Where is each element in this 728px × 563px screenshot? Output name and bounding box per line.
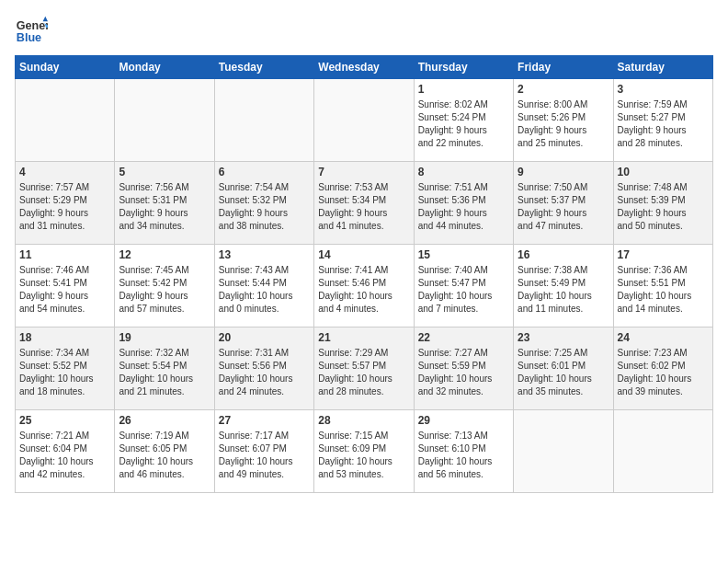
- day-content: Sunrise: 7:50 AM Sunset: 5:37 PM Dayligh…: [518, 181, 609, 233]
- calendar-cell: 19Sunrise: 7:32 AM Sunset: 5:54 PM Dayli…: [115, 327, 214, 410]
- calendar-week-2: 4Sunrise: 7:57 AM Sunset: 5:29 PM Daylig…: [16, 162, 713, 245]
- calendar-cell: 10Sunrise: 7:48 AM Sunset: 5:39 PM Dayli…: [613, 162, 712, 245]
- calendar-cell: 5Sunrise: 7:56 AM Sunset: 5:31 PM Daylig…: [115, 162, 214, 245]
- day-content: Sunrise: 7:46 AM Sunset: 5:41 PM Dayligh…: [19, 264, 110, 316]
- day-content: Sunrise: 7:19 AM Sunset: 6:05 PM Dayligh…: [119, 430, 210, 481]
- day-number: 20: [219, 331, 310, 344]
- calendar-cell: 24Sunrise: 7:23 AM Sunset: 6:02 PM Dayli…: [613, 327, 712, 410]
- day-content: Sunrise: 7:15 AM Sunset: 6:09 PM Dayligh…: [318, 430, 409, 481]
- calendar-cell: 12Sunrise: 7:45 AM Sunset: 5:42 PM Dayli…: [115, 245, 214, 327]
- day-content: Sunrise: 7:34 AM Sunset: 5:52 PM Dayligh…: [19, 347, 110, 398]
- calendar-cell: 15Sunrise: 7:40 AM Sunset: 5:47 PM Dayli…: [414, 245, 513, 327]
- calendar-header-row: SundayMondayTuesdayWednesdayThursdayFrid…: [16, 56, 713, 79]
- day-content: Sunrise: 7:38 AM Sunset: 5:49 PM Dayligh…: [518, 264, 609, 316]
- header-day-saturday: Saturday: [613, 56, 712, 79]
- day-number: 10: [618, 166, 709, 178]
- day-number: 26: [119, 414, 210, 427]
- day-content: Sunrise: 7:32 AM Sunset: 5:54 PM Dayligh…: [119, 347, 210, 398]
- day-content: Sunrise: 7:53 AM Sunset: 5:34 PM Dayligh…: [318, 181, 409, 233]
- day-content: Sunrise: 7:17 AM Sunset: 6:07 PM Dayligh…: [219, 430, 310, 481]
- logo: General Blue: [15, 15, 51, 48]
- day-number: 29: [418, 414, 509, 427]
- day-number: 23: [518, 331, 609, 344]
- day-number: 5: [119, 166, 210, 178]
- calendar-cell: 2Sunrise: 8:00 AM Sunset: 5:26 PM Daylig…: [514, 79, 613, 162]
- header-day-thursday: Thursday: [414, 56, 513, 79]
- day-content: Sunrise: 7:23 AM Sunset: 6:02 PM Dayligh…: [618, 347, 709, 398]
- day-content: Sunrise: 7:51 AM Sunset: 5:36 PM Dayligh…: [418, 181, 509, 233]
- calendar-week-1: 1Sunrise: 8:02 AM Sunset: 5:24 PM Daylig…: [16, 79, 713, 162]
- day-content: Sunrise: 7:48 AM Sunset: 5:39 PM Dayligh…: [618, 181, 709, 233]
- day-content: Sunrise: 7:21 AM Sunset: 6:04 PM Dayligh…: [19, 430, 110, 481]
- day-number: 22: [418, 331, 509, 344]
- calendar-cell: 25Sunrise: 7:21 AM Sunset: 6:04 PM Dayli…: [16, 410, 115, 493]
- day-number: 25: [19, 414, 110, 427]
- day-content: Sunrise: 7:41 AM Sunset: 5:46 PM Dayligh…: [318, 264, 409, 316]
- day-number: 24: [618, 331, 709, 344]
- day-number: 12: [119, 248, 210, 261]
- calendar-cell: 20Sunrise: 7:31 AM Sunset: 5:56 PM Dayli…: [214, 327, 313, 410]
- day-content: Sunrise: 7:31 AM Sunset: 5:56 PM Dayligh…: [219, 347, 310, 398]
- calendar-cell: 22Sunrise: 7:27 AM Sunset: 5:59 PM Dayli…: [414, 327, 513, 410]
- day-number: 3: [618, 83, 709, 96]
- logo-icon: General Blue: [15, 15, 48, 48]
- day-content: Sunrise: 8:00 AM Sunset: 5:26 PM Dayligh…: [518, 98, 609, 150]
- calendar-cell: [214, 79, 313, 162]
- day-number: 9: [518, 166, 609, 178]
- calendar-cell: 23Sunrise: 7:25 AM Sunset: 6:01 PM Dayli…: [514, 327, 613, 410]
- calendar-cell: 26Sunrise: 7:19 AM Sunset: 6:05 PM Dayli…: [115, 410, 214, 493]
- day-content: Sunrise: 7:54 AM Sunset: 5:32 PM Dayligh…: [219, 181, 310, 233]
- day-number: 18: [19, 331, 110, 344]
- day-number: 15: [418, 248, 509, 261]
- day-content: Sunrise: 7:56 AM Sunset: 5:31 PM Dayligh…: [119, 181, 210, 233]
- calendar-cell: 3Sunrise: 7:59 AM Sunset: 5:27 PM Daylig…: [613, 79, 712, 162]
- calendar-cell: 13Sunrise: 7:43 AM Sunset: 5:44 PM Dayli…: [214, 245, 313, 327]
- calendar-cell: 14Sunrise: 7:41 AM Sunset: 5:46 PM Dayli…: [314, 245, 414, 327]
- day-content: Sunrise: 7:29 AM Sunset: 5:57 PM Dayligh…: [318, 347, 409, 398]
- calendar-cell: [115, 79, 214, 162]
- day-number: 27: [219, 414, 310, 427]
- day-content: Sunrise: 7:27 AM Sunset: 5:59 PM Dayligh…: [418, 347, 509, 398]
- calendar-cell: [613, 410, 712, 493]
- calendar-cell: 28Sunrise: 7:15 AM Sunset: 6:09 PM Dayli…: [314, 410, 414, 493]
- day-number: 2: [518, 83, 609, 96]
- day-number: 21: [318, 331, 409, 344]
- calendar-cell: 6Sunrise: 7:54 AM Sunset: 5:32 PM Daylig…: [214, 162, 313, 245]
- day-number: 17: [618, 248, 709, 261]
- calendar-cell: 17Sunrise: 7:36 AM Sunset: 5:51 PM Dayli…: [613, 245, 712, 327]
- day-number: 1: [418, 83, 509, 96]
- day-content: Sunrise: 7:13 AM Sunset: 6:10 PM Dayligh…: [418, 430, 509, 481]
- calendar-week-5: 25Sunrise: 7:21 AM Sunset: 6:04 PM Dayli…: [16, 410, 713, 493]
- day-content: Sunrise: 7:36 AM Sunset: 5:51 PM Dayligh…: [618, 264, 709, 316]
- calendar-cell: 4Sunrise: 7:57 AM Sunset: 5:29 PM Daylig…: [16, 162, 115, 245]
- header-day-wednesday: Wednesday: [314, 56, 414, 79]
- day-content: Sunrise: 7:43 AM Sunset: 5:44 PM Dayligh…: [219, 264, 310, 316]
- day-content: Sunrise: 7:57 AM Sunset: 5:29 PM Dayligh…: [19, 181, 110, 233]
- day-content: Sunrise: 8:02 AM Sunset: 5:24 PM Dayligh…: [418, 98, 509, 150]
- calendar-cell: 1Sunrise: 8:02 AM Sunset: 5:24 PM Daylig…: [414, 79, 513, 162]
- day-number: 6: [219, 166, 310, 178]
- calendar-cell: 29Sunrise: 7:13 AM Sunset: 6:10 PM Dayli…: [414, 410, 513, 493]
- calendar-cell: [514, 410, 613, 493]
- day-number: 11: [19, 248, 110, 261]
- header-day-monday: Monday: [115, 56, 214, 79]
- calendar-cell: 11Sunrise: 7:46 AM Sunset: 5:41 PM Dayli…: [16, 245, 115, 327]
- day-number: 4: [19, 166, 110, 178]
- header-day-sunday: Sunday: [16, 56, 115, 79]
- header-day-tuesday: Tuesday: [214, 56, 313, 79]
- day-content: Sunrise: 7:45 AM Sunset: 5:42 PM Dayligh…: [119, 264, 210, 316]
- calendar-week-3: 11Sunrise: 7:46 AM Sunset: 5:41 PM Dayli…: [16, 245, 713, 327]
- day-number: 8: [418, 166, 509, 178]
- calendar-cell: 9Sunrise: 7:50 AM Sunset: 5:37 PM Daylig…: [514, 162, 613, 245]
- day-number: 19: [119, 331, 210, 344]
- svg-text:Blue: Blue: [17, 31, 41, 44]
- calendar: SundayMondayTuesdayWednesdayThursdayFrid…: [15, 55, 713, 493]
- day-number: 28: [318, 414, 409, 427]
- calendar-cell: 27Sunrise: 7:17 AM Sunset: 6:07 PM Dayli…: [214, 410, 313, 493]
- calendar-cell: [314, 79, 414, 162]
- day-content: Sunrise: 7:40 AM Sunset: 5:47 PM Dayligh…: [418, 264, 509, 316]
- calendar-cell: 21Sunrise: 7:29 AM Sunset: 5:57 PM Dayli…: [314, 327, 414, 410]
- calendar-cell: 18Sunrise: 7:34 AM Sunset: 5:52 PM Dayli…: [16, 327, 115, 410]
- calendar-cell: 8Sunrise: 7:51 AM Sunset: 5:36 PM Daylig…: [414, 162, 513, 245]
- calendar-cell: [16, 79, 115, 162]
